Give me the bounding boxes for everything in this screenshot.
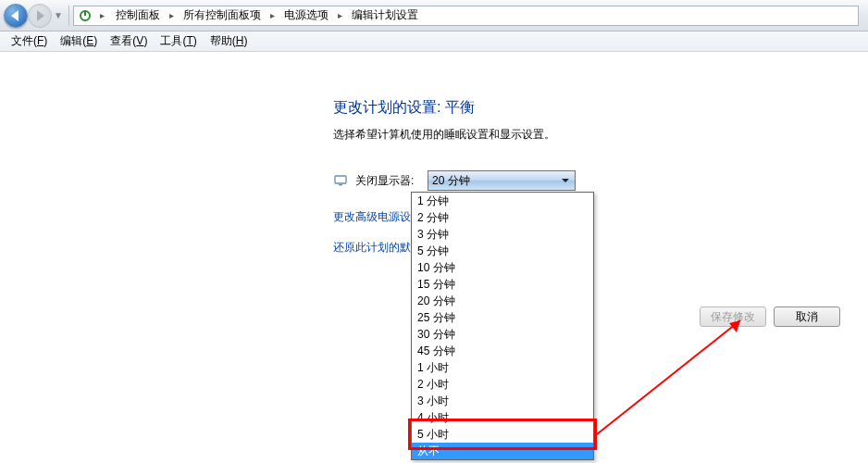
- nav-history-chevron[interactable]: ▼: [54, 10, 63, 20]
- forward-button: [28, 4, 52, 28]
- dropdown-list[interactable]: 1 分钟2 分钟3 分钟5 分钟10 分钟15 分钟20 分钟25 分钟30 分…: [411, 192, 594, 460]
- dropdown-option[interactable]: 3 小时: [412, 393, 593, 409]
- dropdown-option[interactable]: 20 分钟: [412, 293, 593, 309]
- dropdown-option[interactable]: 45 分钟: [412, 343, 593, 359]
- breadcrumb: 控制面板 ▸ 所有控制面板项 ▸ 电源选项 ▸ 编辑计划设置: [112, 6, 422, 25]
- chevron-down-icon: [562, 179, 569, 182]
- monitor-icon: [333, 173, 348, 188]
- breadcrumb-item[interactable]: 所有控制面板项: [180, 6, 265, 25]
- dropdown-option[interactable]: 5 小时: [412, 426, 593, 443]
- menu-file[interactable]: 文件(F): [6, 31, 53, 51]
- navigation-bar: ▼ ▸ 控制面板 ▸ 所有控制面板项 ▸ 电源选项 ▸ 编辑计划设置: [0, 0, 868, 31]
- chevron-right-icon[interactable]: ▸: [267, 10, 279, 20]
- back-button[interactable]: [4, 4, 28, 28]
- breadcrumb-item[interactable]: 控制面板: [112, 6, 164, 25]
- dropdown-option[interactable]: 5 分钟: [412, 243, 593, 259]
- dropdown-option[interactable]: 15 分钟: [412, 276, 593, 293]
- save-button: 保存修改: [700, 307, 766, 327]
- dropdown-option[interactable]: 2 分钟: [412, 209, 593, 226]
- cancel-button[interactable]: 取消: [774, 307, 840, 327]
- page-description: 选择希望计算机使用的睡眠设置和显示设置。: [333, 127, 851, 143]
- menu-view[interactable]: 查看(V): [105, 31, 153, 51]
- dropdown-option[interactable]: 25 分钟: [412, 309, 593, 326]
- page-title: 更改计划的设置: 平衡: [333, 98, 851, 118]
- separator: [68, 6, 69, 26]
- turn-off-display-row: 关闭显示器: 20 分钟: [333, 170, 851, 191]
- dropdown-option[interactable]: 3 分钟: [412, 226, 593, 243]
- turn-off-display-dropdown[interactable]: 20 分钟: [428, 170, 576, 191]
- svg-line-4: [597, 320, 740, 434]
- breadcrumb-item[interactable]: 编辑计划设置: [348, 6, 422, 25]
- dropdown-option[interactable]: 4 小时: [412, 409, 593, 426]
- action-buttons: 保存修改 取消: [700, 307, 840, 327]
- dropdown-value: 20 分钟: [432, 173, 470, 189]
- dropdown-option[interactable]: 10 分钟: [412, 259, 593, 276]
- dropdown-option[interactable]: 1 分钟: [412, 193, 593, 209]
- dropdown-option[interactable]: 30 分钟: [412, 326, 593, 343]
- dropdown-option[interactable]: 2 小时: [412, 376, 593, 393]
- address-bar[interactable]: ▸ 控制面板 ▸ 所有控制面板项 ▸ 电源选项 ▸ 编辑计划设置: [73, 6, 859, 26]
- menu-bar: 文件(F) 编辑(E) 查看(V) 工具(T) 帮助(H): [0, 31, 868, 52]
- chevron-right-icon[interactable]: ▸: [334, 10, 346, 20]
- menu-tools[interactable]: 工具(T): [155, 31, 202, 51]
- power-icon: [78, 8, 93, 23]
- chevron-right-icon[interactable]: ▸: [166, 10, 178, 20]
- dropdown-option[interactable]: 1 小时: [412, 359, 593, 376]
- page-content: 更改计划的设置: 平衡 选择希望计算机使用的睡眠设置和显示设置。 关闭显示器: …: [0, 52, 868, 463]
- menu-help[interactable]: 帮助(H): [205, 31, 254, 51]
- menu-edit[interactable]: 编辑(E): [55, 31, 103, 51]
- chevron-right-icon[interactable]: ▸: [96, 10, 108, 20]
- svg-rect-1: [84, 10, 86, 16]
- dropdown-option[interactable]: 从不: [412, 443, 593, 459]
- svg-rect-2: [335, 176, 346, 183]
- svg-rect-3: [339, 184, 342, 185]
- breadcrumb-item[interactable]: 电源选项: [280, 6, 332, 25]
- turn-off-display-label: 关闭显示器:: [355, 173, 428, 189]
